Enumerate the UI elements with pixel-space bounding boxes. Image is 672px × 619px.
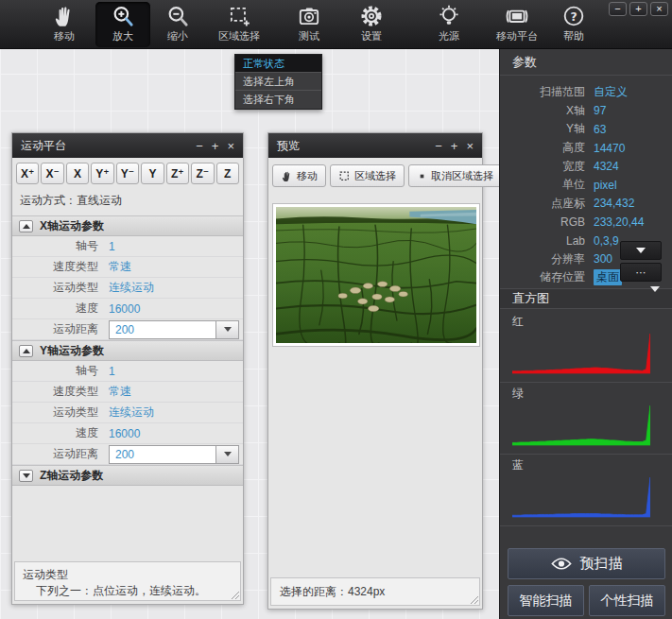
collapse-up-icon xyxy=(19,345,33,357)
tool-region-select[interactable]: 区域选择 xyxy=(212,2,267,47)
window-close-button[interactable]: × xyxy=(650,2,668,16)
window-maximize-button[interactable]: + xyxy=(629,2,647,16)
axis-button-x-plus[interactable]: X⁺ xyxy=(16,163,39,184)
x-motion-type-row: 运动类型 连续运动 xyxy=(12,278,243,299)
axis-button-y[interactable]: Y xyxy=(141,163,164,184)
y-motion-type-row: 运动类型 连续运动 xyxy=(12,403,243,423)
axis-button-y-plus[interactable]: Y⁺ xyxy=(91,163,113,184)
param-unit: 单位 pixel xyxy=(500,176,672,195)
z-axis-section-header[interactable]: Z轴运动参数 xyxy=(12,465,243,486)
svg-text:?: ? xyxy=(570,9,577,24)
y-distance-value[interactable]: 200 xyxy=(109,445,215,464)
smart-scan-label: 智能扫描 xyxy=(520,593,573,610)
tool-zoom-out-label: 缩小 xyxy=(167,29,188,43)
x-axis-section-title: X轴运动参数 xyxy=(40,218,104,234)
param-value: pixel xyxy=(594,179,617,192)
tool-help[interactable]: ? 帮助 xyxy=(546,2,601,47)
resolution-dropdown-button[interactable] xyxy=(620,241,662,260)
x-distance-value[interactable]: 200 xyxy=(109,320,215,339)
window-minimize-button[interactable]: − xyxy=(609,2,627,16)
axis-button-x-minus[interactable]: X⁻ xyxy=(41,163,63,184)
chevron-down-icon xyxy=(224,327,232,332)
row-label: 速度类型 xyxy=(12,259,109,275)
x-distance-dropdown: 200 xyxy=(109,320,239,339)
preview-image xyxy=(276,207,476,343)
x-speed-row: 速度 16000 xyxy=(12,299,243,319)
x-axis-section-header[interactable]: X轴运动参数 xyxy=(12,215,243,236)
axis-button-x[interactable]: X xyxy=(66,163,89,184)
platform-icon xyxy=(505,4,529,28)
tool-test[interactable]: 测试 xyxy=(282,2,336,47)
param-value: 14470 xyxy=(594,142,625,155)
motion-type-hint: 运动类型 下列之一：点位运动，连续运动。 xyxy=(14,561,241,601)
param-value: 234,432 xyxy=(594,197,634,210)
param-value[interactable]: 300 xyxy=(594,252,612,266)
row-value: 连续运动 xyxy=(109,280,154,296)
z-axis-section-title: Z轴运动参数 xyxy=(40,468,103,484)
y-distance-dropdown-button[interactable] xyxy=(215,445,239,464)
preview-region-select-button[interactable]: 区域选择 xyxy=(330,164,405,187)
param-y-axis: Y轴 63 xyxy=(500,120,672,139)
param-value-selected[interactable]: 桌面 xyxy=(594,269,622,285)
preview-move-button[interactable]: 移动 xyxy=(272,164,326,187)
preview-status-bar: 选择的距离：4324px xyxy=(270,577,480,606)
preview-toolbar: 移动 区域选择 取消区域选择 xyxy=(268,158,482,193)
resize-grip[interactable] xyxy=(469,594,478,604)
chevron-down-icon xyxy=(650,286,660,306)
smart-scan-button[interactable]: 智能扫描 xyxy=(508,585,584,616)
histogram-red-plot xyxy=(512,332,650,375)
custom-scan-button[interactable]: 个性扫描 xyxy=(589,585,665,616)
tool-zoom-in[interactable]: 放大 xyxy=(95,2,150,47)
preview-panel-maximize[interactable]: + xyxy=(451,140,458,152)
param-label: 单位 xyxy=(500,177,594,193)
tool-zoom-out[interactable]: 缩小 xyxy=(150,2,205,47)
tool-region-select-label: 区域选择 xyxy=(218,29,260,43)
axis-button-z-minus[interactable]: Z⁻ xyxy=(191,163,214,184)
row-label: 运动距离 xyxy=(12,321,109,337)
prescan-button[interactable]: 预扫描 xyxy=(508,548,665,579)
param-label: 分辨率 xyxy=(500,251,594,267)
menu-item-normal-state[interactable]: 正常状态 xyxy=(235,55,321,73)
tool-motion-platform[interactable]: 移动平台 xyxy=(490,2,544,47)
custom-scan-label: 个性扫描 xyxy=(601,593,654,610)
hint-line-1: 运动类型 xyxy=(23,567,233,583)
histogram-title: 直方图 xyxy=(512,290,549,307)
param-label: 宽度 xyxy=(500,159,594,175)
browse-location-button[interactable]: ⋯ xyxy=(620,263,662,282)
param-label: Lab xyxy=(500,234,594,248)
motion-panel-maximize[interactable]: + xyxy=(212,140,219,152)
param-value: 97 xyxy=(594,104,606,117)
tool-settings[interactable]: 设置 xyxy=(344,2,399,47)
axis-button-z-plus[interactable]: Z⁺ xyxy=(166,163,189,184)
tool-help-label: 帮助 xyxy=(563,29,584,43)
preview-cancel-region-label: 取消区域选择 xyxy=(431,169,493,183)
x-distance-dropdown-button[interactable] xyxy=(215,320,239,339)
preview-panel-close[interactable]: × xyxy=(466,140,474,152)
histogram-green: 绿 xyxy=(500,386,672,447)
param-point-coord: 点座标 234,432 xyxy=(500,195,672,214)
param-value[interactable]: 自定义 xyxy=(594,84,628,100)
motion-panel-title: 运动平台 xyxy=(21,138,66,154)
motion-panel-minimize[interactable]: − xyxy=(196,140,203,152)
tool-light-source[interactable]: 光源 xyxy=(422,2,476,47)
gear-icon xyxy=(359,4,384,28)
histogram-header: 直方图 xyxy=(500,288,672,309)
preview-panel-minimize[interactable]: − xyxy=(435,140,442,152)
y-distance-row: 运动距离 200 xyxy=(12,444,243,465)
histogram-green-label: 绿 xyxy=(500,386,672,402)
eye-icon xyxy=(551,557,572,571)
preview-cancel-region-button[interactable]: 取消区域选择 xyxy=(408,164,502,187)
preview-panel-header: 预览 − + × xyxy=(268,133,482,158)
histogram-collapse-button[interactable] xyxy=(650,292,660,306)
axis-button-z[interactable]: Z xyxy=(216,163,239,184)
x-axis-number-row: 轴号 1 xyxy=(12,236,243,257)
tool-move[interactable]: 移动 xyxy=(37,2,92,47)
row-value: 连续运动 xyxy=(109,404,154,421)
axis-button-y-minus[interactable]: Y⁻ xyxy=(116,163,139,184)
motion-panel-close[interactable]: × xyxy=(227,140,234,152)
param-rgb: RGB 233,20,44 xyxy=(500,213,672,232)
main-toolbar: 移动 放大 缩小 区域选择 xyxy=(0,0,672,49)
menu-item-select-top-left[interactable]: 选择左上角 xyxy=(235,73,321,91)
y-axis-section-header[interactable]: Y轴运动参数 xyxy=(12,340,243,361)
menu-item-select-bottom-right[interactable]: 选择右下角 xyxy=(235,91,321,109)
